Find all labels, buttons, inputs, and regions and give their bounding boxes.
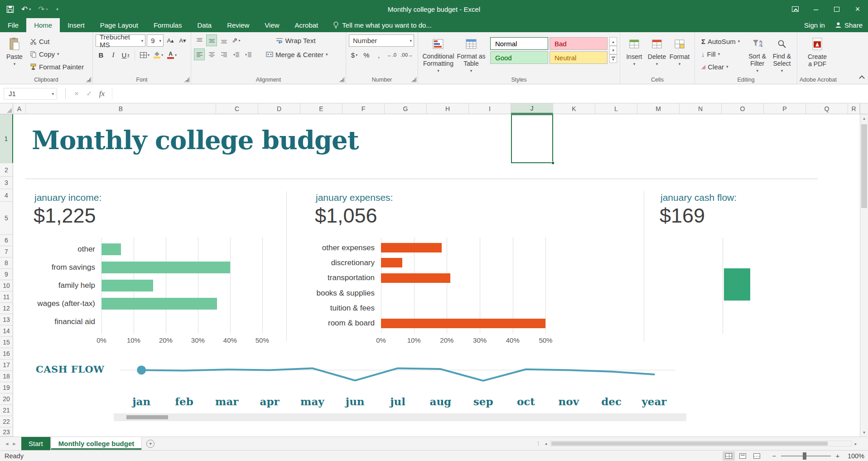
maximize-button[interactable] — [826, 0, 847, 18]
increase-indent-button[interactable] — [243, 49, 254, 60]
ribbon-tab-view[interactable]: View — [257, 18, 287, 32]
new-sheet-button[interactable]: + — [146, 440, 154, 448]
gallery-up-button[interactable]: ▴ — [609, 37, 617, 46]
row-header-1[interactable]: 1 — [0, 114, 13, 163]
bar-room-board[interactable] — [381, 319, 545, 328]
page-break-preview-button[interactable] — [751, 451, 763, 461]
row-header-23[interactable]: 23 — [0, 427, 13, 437]
autosum-button[interactable]: Σ AutoSum ▾ — [699, 36, 745, 47]
collapse-ribbon-button[interactable] — [859, 75, 865, 81]
column-header-B[interactable]: B — [26, 103, 216, 114]
font-name-select[interactable]: Trebuchet MS ▾ — [96, 34, 145, 47]
horizontal-scrollbar-thumb[interactable] — [551, 442, 828, 446]
bar-discretionary[interactable] — [381, 258, 402, 267]
ribbon-tab-acrobat[interactable]: Acrobat — [287, 18, 326, 32]
font-size-select[interactable]: 9 ▾ — [147, 34, 164, 47]
find-select-button[interactable]: Find & Select ▾ — [770, 34, 794, 74]
column-header-A[interactable]: A — [13, 103, 26, 114]
column-header-C[interactable]: C — [216, 103, 258, 114]
name-box[interactable]: J1 ▾ — [4, 88, 57, 100]
select-all-button[interactable] — [0, 103, 13, 114]
font-color-button[interactable]: A ▾ — [166, 49, 178, 61]
italic-button[interactable]: I — [108, 49, 119, 61]
delete-cells-button[interactable]: Delete ▾ — [646, 34, 668, 74]
increase-font-size-button[interactable]: A▴ — [165, 35, 176, 47]
copy-button[interactable]: Copy ▾ — [28, 49, 86, 59]
row-header-13[interactable]: 13 — [0, 314, 13, 325]
row-header-8[interactable]: 8 — [0, 257, 13, 269]
fill-color-button[interactable]: ▾ — [152, 49, 164, 61]
orientation-button[interactable]: ⇗▾ — [231, 34, 242, 46]
decrease-decimal-button[interactable]: .00→ — [399, 49, 415, 61]
zoom-in-button[interactable]: + — [834, 452, 841, 460]
tell-me-box[interactable]: Tell me what you want to do... — [326, 18, 439, 32]
format-painter-button[interactable]: Format Painter — [28, 61, 86, 72]
gallery-more-button[interactable]: ▾ — [609, 54, 617, 63]
save-button[interactable] — [6, 5, 14, 13]
bar-transportation[interactable] — [381, 273, 450, 283]
conditional-formatting-button[interactable]: Conditional Formatting ▾ — [421, 34, 456, 74]
decrease-indent-button[interactable] — [231, 49, 241, 60]
column-header-Q[interactable]: Q — [806, 103, 848, 114]
cut-button[interactable]: Cut — [28, 36, 86, 47]
clipboard-dialog-launcher[interactable] — [86, 77, 91, 82]
row-header-20[interactable]: 20 — [0, 393, 13, 405]
ribbon-tab-review[interactable]: Review — [219, 18, 257, 32]
row-header-10[interactable]: 10 — [0, 280, 13, 291]
formula-input[interactable] — [112, 88, 866, 100]
ribbon-display-options-button[interactable] — [785, 0, 805, 18]
vertical-scrollbar[interactable]: ▴ ▾ — [860, 114, 868, 437]
fill-handle[interactable] — [551, 161, 555, 165]
row-header-2[interactable]: 2 — [0, 163, 13, 177]
chart-scrollbar[interactable] — [114, 413, 686, 421]
row-header-12[interactable]: 12 — [0, 303, 13, 314]
row-header-6[interactable]: 6 — [0, 235, 13, 246]
bar-wages-after-tax[interactable] — [101, 298, 217, 310]
fill-button[interactable]: ↓ Fill ▾ — [699, 49, 745, 59]
ribbon-tab-insert[interactable]: Insert — [60, 18, 92, 32]
top-align-button[interactable] — [194, 34, 205, 46]
align-center-button[interactable] — [206, 49, 217, 60]
wrap-text-button[interactable]: Wrap Text — [274, 35, 318, 46]
zoom-slider[interactable] — [781, 452, 831, 460]
bar-family-help[interactable] — [101, 280, 153, 291]
next-sheet-button[interactable]: ▸ — [13, 440, 16, 447]
cell-style-good[interactable]: Good — [490, 51, 548, 64]
sheet-tab-start[interactable]: Start — [21, 437, 51, 450]
column-header-I[interactable]: I — [469, 103, 511, 114]
paste-button[interactable]: Paste ▾ — [3, 34, 26, 74]
jan-data-point-marker[interactable] — [137, 365, 146, 374]
column-header-K[interactable]: K — [553, 103, 595, 114]
column-header-D[interactable]: D — [258, 103, 300, 114]
cashflow-line-svg[interactable] — [120, 358, 675, 392]
bottom-align-button[interactable] — [218, 34, 229, 46]
previous-sheet-button[interactable]: ◂ — [5, 440, 9, 447]
horizontal-scrollbar-track[interactable] — [550, 441, 852, 446]
sheet-tab-monthly-college-budget[interactable]: Monthly college budget — [51, 437, 142, 450]
increase-decimal-button[interactable]: ←.0 — [386, 49, 398, 61]
column-header-J[interactable]: J — [511, 103, 553, 114]
row-header-9[interactable]: 9 — [0, 269, 13, 280]
row-header-18[interactable]: 18 — [0, 371, 13, 382]
ribbon-tab-page-layout[interactable]: Page Layout — [92, 18, 146, 32]
row-header-22[interactable]: 22 — [0, 416, 13, 427]
ribbon-tab-data[interactable]: Data — [189, 18, 219, 32]
cell-style-bad[interactable]: Bad — [550, 37, 608, 50]
row-header-5[interactable]: 5 — [0, 202, 13, 235]
cashflow-column-bar[interactable] — [724, 268, 750, 301]
sort-filter-button[interactable]: A Z Sort & Filter ▾ — [745, 34, 770, 74]
accounting-format-button[interactable]: $▾ — [349, 49, 360, 61]
create-pdf-button[interactable]: Create a PDF — [800, 34, 834, 74]
column-header-O[interactable]: O — [722, 103, 764, 114]
cashflow-line-chart[interactable]: janfebmaraprmayjunjulaugsepoctnovdecyear — [120, 358, 675, 408]
column-header-M[interactable]: M — [637, 103, 680, 114]
font-dialog-launcher[interactable] — [184, 77, 189, 82]
normal-view-button[interactable] — [723, 451, 735, 461]
bold-button[interactable]: B — [96, 49, 106, 61]
row-header-3[interactable]: 3 — [0, 177, 13, 189]
comma-style-button[interactable]: , — [373, 49, 384, 61]
page-layout-view-button[interactable] — [737, 451, 749, 461]
clear-button[interactable]: ◢ Clear ▾ — [699, 61, 745, 72]
zoom-level[interactable]: 100% — [844, 452, 864, 460]
middle-align-button[interactable] — [206, 34, 217, 46]
